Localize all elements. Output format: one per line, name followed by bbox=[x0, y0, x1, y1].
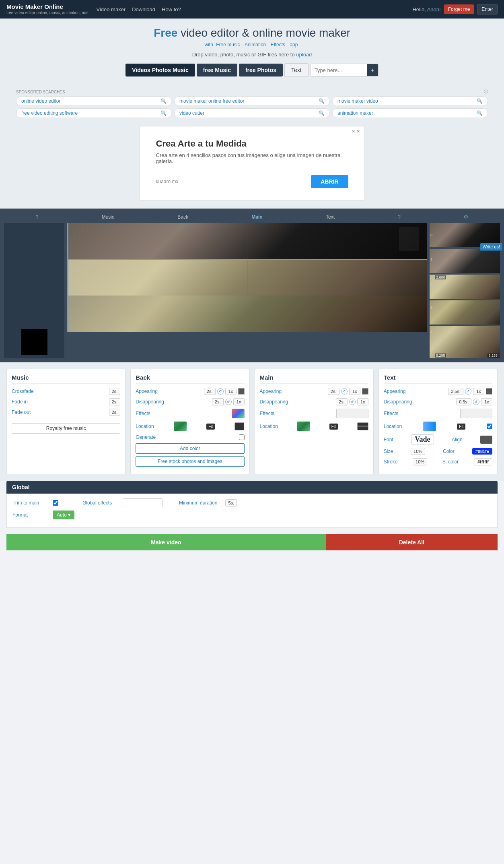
main-appearing-loop-icon[interactable]: ↺ bbox=[341, 388, 348, 395]
subtitle-animation[interactable]: Animation bbox=[245, 42, 266, 48]
main-disappearing-value[interactable]: 2s. bbox=[336, 398, 348, 405]
back-disappearing-x[interactable]: 1x bbox=[233, 398, 245, 405]
editor-tab-text[interactable]: Text bbox=[326, 214, 335, 220]
search-add-button[interactable]: + bbox=[367, 64, 378, 76]
main-appearing-value[interactable]: 2s. bbox=[328, 388, 339, 395]
main-location-label: Location bbox=[260, 424, 278, 429]
text-color-value[interactable]: #081fe bbox=[472, 448, 492, 455]
subtitle-effects[interactable]: Effects bbox=[271, 42, 285, 48]
text-disappearing-row: Disappearing 0.5s. ↺ 1x bbox=[384, 398, 492, 405]
text-fit-button[interactable]: Fit bbox=[457, 424, 465, 430]
editor-tab-main[interactable]: Main bbox=[251, 214, 262, 220]
royalty-music-button[interactable]: Royalty free music bbox=[12, 423, 120, 434]
upload-link[interactable]: upload bbox=[296, 52, 312, 58]
main-appearing-color[interactable] bbox=[362, 388, 368, 395]
main-effects-input[interactable] bbox=[336, 409, 368, 418]
text-appearing-loop-icon[interactable]: ↺ bbox=[465, 388, 471, 395]
thumb-item-4 bbox=[430, 300, 500, 325]
tab-videos-photos-music[interactable]: Videos Photos Music bbox=[125, 64, 195, 76]
search-input[interactable] bbox=[311, 64, 367, 76]
sponsored-info-icon[interactable]: ⓘ bbox=[484, 89, 488, 95]
global-effects-input[interactable] bbox=[123, 498, 163, 507]
back-fit-dark-thumb[interactable] bbox=[235, 422, 244, 430]
add-color-button[interactable]: Add color bbox=[136, 443, 244, 454]
sponsored-item[interactable]: video cutter 🔍 bbox=[174, 108, 330, 118]
text-font-preview[interactable]: Vade bbox=[411, 434, 434, 444]
back-appearing-label: Appearing bbox=[136, 389, 158, 394]
delete-all-button[interactable]: Delete All bbox=[326, 534, 498, 550]
main-appearing-x[interactable]: 1x bbox=[349, 388, 360, 395]
username-link[interactable]: Anon! bbox=[427, 6, 441, 12]
text-disappearing-x[interactable]: 1x bbox=[481, 398, 492, 405]
main-disappearing-x[interactable]: 1x bbox=[357, 398, 368, 405]
nav-download[interactable]: Download bbox=[132, 6, 155, 12]
nav-how-to[interactable]: How to? bbox=[162, 6, 181, 12]
global-row-1: Trim to main Global effects Minimum dura… bbox=[12, 498, 492, 507]
ad-cta-button[interactable]: ABRIR bbox=[311, 175, 348, 188]
text-disappearing-value[interactable]: 0.5s. bbox=[456, 398, 471, 405]
format-select-button[interactable]: Auto ▾ bbox=[53, 511, 74, 519]
sponsored-item[interactable]: free video editing software 🔍 bbox=[16, 108, 172, 118]
back-appearing-x[interactable]: 1x bbox=[225, 388, 237, 395]
back-appearing-color[interactable] bbox=[238, 388, 245, 395]
back-fit-button[interactable]: Fit bbox=[206, 424, 215, 430]
main-fit-strip[interactable] bbox=[357, 422, 368, 430]
fade-in-value[interactable]: 2s. bbox=[109, 398, 121, 405]
min-duration-label: Minimum duration bbox=[179, 500, 217, 506]
tab-free-music[interactable]: free Music bbox=[197, 64, 237, 76]
text-stroke-row: Stroke 10% S. color #ffffff bbox=[384, 458, 492, 465]
enter-button[interactable]: Enter bbox=[477, 4, 498, 14]
main-disappearing-loop-icon[interactable]: ↺ bbox=[349, 399, 356, 405]
sponsored-item[interactable]: animation maker 🔍 bbox=[332, 108, 488, 118]
back-effects-thumb[interactable] bbox=[232, 409, 245, 418]
nav-video-maker[interactable]: Video maker bbox=[96, 6, 125, 12]
text-location-thumb[interactable] bbox=[423, 422, 436, 431]
trim-to-main-label: Trim to main bbox=[12, 500, 45, 506]
ad-close-button[interactable]: ✕ ✕ bbox=[352, 129, 360, 134]
sponsored-item[interactable]: movie maker online free editor 🔍 bbox=[174, 96, 330, 106]
back-disappearing-value[interactable]: 2s. bbox=[212, 398, 224, 405]
text-disappearing-loop-icon[interactable]: ↺ bbox=[473, 399, 479, 405]
back-disappearing-loop-icon[interactable]: ↺ bbox=[225, 399, 232, 405]
fade-out-value[interactable]: 2s. bbox=[109, 409, 121, 416]
tab-text[interactable]: Text bbox=[284, 63, 309, 77]
text-s-color-value[interactable]: #ffffff bbox=[474, 458, 492, 465]
text-appearing-color[interactable] bbox=[486, 388, 492, 395]
back-generate-checkbox[interactable] bbox=[239, 434, 245, 440]
back-appearing-loop-icon[interactable]: ↺ bbox=[217, 388, 224, 395]
back-appearing-row: Appearing 2s. ↺ 1x bbox=[136, 388, 244, 395]
text-align-preview[interactable] bbox=[480, 436, 492, 444]
subtitle-free-music[interactable]: Free music bbox=[216, 42, 240, 48]
text-appearing-x[interactable]: 1x bbox=[473, 388, 484, 395]
write-us-button[interactable]: Write us! bbox=[480, 243, 502, 251]
tab-free-photos[interactable]: free Photos bbox=[239, 64, 283, 76]
text-fit-checkbox[interactable] bbox=[487, 424, 492, 429]
search-icon: 🔍 bbox=[319, 110, 325, 116]
editor-settings-icon[interactable]: ⚙ bbox=[464, 214, 468, 220]
editor-question-right[interactable]: ? bbox=[398, 214, 401, 220]
main-location-thumb[interactable] bbox=[297, 422, 310, 431]
sponsored-item[interactable]: online video editor 🔍 bbox=[16, 96, 172, 106]
ad-domain: kuadro.mx bbox=[156, 179, 179, 184]
editor-tab-back[interactable]: Back bbox=[177, 214, 188, 220]
free-photos-button[interactable]: Free stock photos and images bbox=[136, 456, 244, 467]
back-location-thumb[interactable] bbox=[174, 422, 187, 431]
text-stroke-label: Stroke bbox=[384, 459, 398, 465]
crossfade-value[interactable]: 2s. bbox=[109, 388, 121, 395]
editor-tab-music[interactable]: Music bbox=[102, 214, 114, 220]
trim-to-main-checkbox[interactable] bbox=[53, 500, 58, 506]
sponsored-item[interactable]: movie maker video 🔍 bbox=[332, 96, 488, 106]
text-appearing-value[interactable]: 3.5s. bbox=[448, 388, 463, 395]
back-appearing-value[interactable]: 2s. bbox=[204, 388, 216, 395]
subtitle-app[interactable]: app bbox=[290, 42, 298, 48]
main-fit-button[interactable]: Fit bbox=[329, 424, 338, 430]
text-stroke-value[interactable]: 10% bbox=[413, 458, 427, 465]
editor-question-left[interactable]: ? bbox=[36, 214, 39, 220]
text-size-value[interactable]: 10% bbox=[411, 448, 425, 455]
min-duration-value[interactable]: 5s. bbox=[225, 499, 237, 506]
make-video-button[interactable]: Make video bbox=[6, 534, 326, 550]
forget-me-button[interactable]: Forget me bbox=[444, 4, 474, 14]
text-effects-input[interactable] bbox=[460, 409, 492, 418]
editor-center-panel[interactable] bbox=[67, 223, 427, 358]
text-align-label: Align bbox=[452, 437, 463, 442]
